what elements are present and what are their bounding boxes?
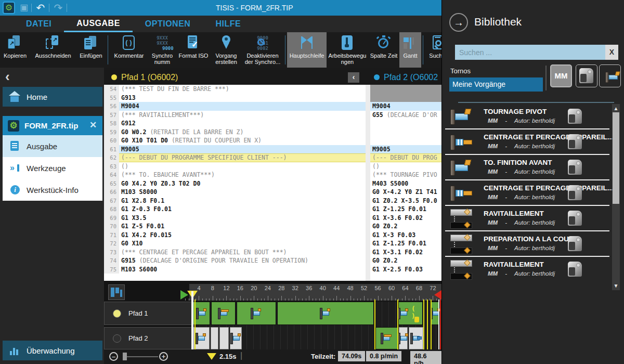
code-line[interactable]: [370, 119, 441, 128]
library-scrollbar[interactable]: ▲ ▼: [612, 104, 620, 290]
menu-tab-hilfe[interactable]: HILFE: [203, 16, 253, 32]
code-line[interactable]: G1 X-3.6 F0.02: [370, 214, 441, 223]
gantt-segment[interactable]: [277, 302, 374, 325]
toolbar-button-flags[interactable]: Hauptschleife: [287, 32, 327, 68]
code-line[interactable]: 58G912: [104, 119, 366, 128]
code-line[interactable]: G1 Z-1.25 F0.01: [370, 205, 441, 214]
gantt-row-label-pfad-2[interactable]: Pfad 2: [104, 327, 192, 349]
code-line[interactable]: 72G0 X10: [104, 239, 366, 248]
gantt-row-label-pfad-1[interactable]: Pfad 1: [104, 302, 192, 325]
save-icon[interactable]: ▣: [18, 1, 30, 15]
file-tab-header[interactable]: ⚙ FORM_2FR.tip ✕: [3, 116, 102, 135]
gantt-segment[interactable]: [375, 327, 398, 349]
code-line[interactable]: (*** TOURNAGE PIVO: [370, 171, 441, 179]
code-line[interactable]: 55G913: [104, 94, 366, 102]
toolbar-button-pin[interactable]: Vorgang erstellen: [211, 32, 242, 68]
toolbar-button-cut[interactable]: ↗Ausschneiden: [30, 32, 76, 68]
sidebar-item-home[interactable]: Home: [3, 87, 102, 107]
gantt-segment[interactable]: [193, 302, 210, 325]
code-line[interactable]: M9005: [370, 145, 441, 154]
library-item[interactable]: RAVITAILLEMENTMM-Autor: bertholdj: [445, 257, 609, 282]
library-item[interactable]: TOURNAGE PIVOTMM-Autor: bertholdj: [445, 104, 609, 129]
gantt-segment[interactable]: [399, 327, 408, 349]
collapse-pane-button[interactable]: ‹: [348, 72, 359, 83]
code-line[interactable]: G0 Z0.2: [370, 222, 441, 231]
code-line[interactable]: 69G1 X3.5: [104, 214, 366, 223]
zoom-slider-thumb[interactable]: [123, 353, 127, 360]
menu-tab-datei[interactable]: DATEI: [14, 16, 64, 32]
scroll-up-icon[interactable]: ▲: [612, 106, 620, 111]
code-line[interactable]: 63(): [104, 162, 366, 171]
code-line[interactable]: M9004: [370, 102, 441, 111]
code-line[interactable]: G1 X-3 F0.03: [370, 231, 441, 240]
code-line[interactable]: 56M9004: [104, 102, 366, 111]
toolbar-button-format-iso[interactable]: ✓Format ISO: [176, 32, 211, 68]
zoom-out-icon[interactable]: –: [109, 352, 118, 361]
toolbar-button-synchro-off[interactable]: 900090019002Deaktivieren der Synchro...: [242, 32, 283, 68]
gantt-segment[interactable]: [219, 327, 229, 349]
toolbar-button-paste[interactable]: Einfügen: [76, 32, 106, 68]
code-line[interactable]: 65G0 X4.2 Y0 Z0.3 T02 D0: [104, 179, 366, 188]
gantt-segment[interactable]: [409, 327, 423, 349]
toolbar-button-gantt[interactable]: Gantt: [399, 32, 421, 68]
menu-tab-optionen[interactable]: OPTIONEN: [133, 16, 203, 32]
library-item[interactable]: RAVITAILLEMENTMM-Autor: bertholdj: [445, 206, 609, 231]
code-line[interactable]: 62(--- DEBUT DU PROGRAMME SPECIFIQUE CLI…: [104, 153, 366, 162]
code-line[interactable]: 66M103 S8000: [104, 188, 366, 197]
toolbar-button-stopwatch[interactable]: Spalte Zeit: [368, 32, 399, 68]
code-line[interactable]: 67G1 X2.8 F0.1: [104, 197, 366, 205]
code-line[interactable]: G1 X-2.5 F0.03: [370, 265, 441, 274]
code-line[interactable]: 73(*** CENTRAGE ET PERCAGE APPAREIL EN B…: [104, 248, 366, 257]
sidebar-item-ueberwachung[interactable]: Überwachung: [3, 341, 102, 360]
code-line[interactable]: 74G915 (DECALAGE D'ORIGINE POUR TRAVAILE…: [104, 256, 366, 265]
gantt-segment[interactable]: [211, 302, 236, 325]
code-line[interactable]: [370, 136, 441, 145]
code-line[interactable]: 68G1 Z-0.3 F0.01: [104, 205, 366, 214]
sidebar-item-werkst-ck-info[interactable]: iWerkstück-Info: [3, 179, 102, 201]
code-line[interactable]: G55 (DECALAGE D'OR: [370, 111, 441, 120]
close-file-icon[interactable]: ✕: [88, 120, 98, 131]
library-item[interactable]: CENTRAGE ET PERCAGE APPAREIL...MM-Autor:…: [445, 180, 609, 206]
scrollbar-thumb[interactable]: [613, 112, 619, 204]
pfad2-code-area[interactable]: M9004G55 (DECALAGE D'ORM9005(--- DEBUT D…: [366, 85, 441, 281]
back-chevron-icon[interactable]: ‹: [5, 70, 19, 84]
toolbar-button-copy[interactable]: ↗Kopieren: [0, 32, 30, 68]
code-line[interactable]: [370, 85, 441, 94]
gantt-segment[interactable]: ( ): [398, 302, 423, 325]
code-line[interactable]: 71G1 X4.2 F0.015: [104, 231, 366, 240]
clear-search-button[interactable]: X: [605, 45, 618, 60]
collapse-library-icon[interactable]: →: [449, 13, 468, 32]
toolbar-button-synchro-num[interactable]: 9XXX9XXX9000Synchro numm: [148, 32, 176, 68]
code-line[interactable]: G1 Z-1.25 F0.01: [370, 239, 441, 248]
sidebar-item-werkzeuge[interactable]: »Werkzeuge: [3, 157, 102, 179]
filter-mm-button[interactable]: MM: [550, 64, 572, 87]
menu-tab-ausgabe[interactable]: AUSGABE: [64, 16, 133, 32]
library-folder-meine-vorgaenge[interactable]: Meine Vorgänge: [449, 77, 543, 92]
code-line[interactable]: (--- DEBUT DU PROG: [370, 153, 441, 162]
code-line[interactable]: (): [370, 162, 441, 171]
code-line[interactable]: G1 Z0.2 X-3.5 F0.0: [370, 197, 441, 205]
toolbar-button-work-moves[interactable]: Arbeitsbewegu ngen: [327, 32, 368, 68]
library-item[interactable]: CENTRAGE ET PERCAGE APPAREIL...MM-Autor:…: [445, 129, 609, 155]
zoom-slider[interactable]: [123, 356, 158, 357]
code-line[interactable]: G0 X-4.2 Y0 Z1 T41: [370, 188, 441, 197]
filter-tool-button[interactable]: [599, 64, 621, 87]
code-line[interactable]: M403 S5000: [370, 179, 441, 188]
code-line[interactable]: 59G0 W0.2 (RETRAIT DE LA BARRE EN Z): [104, 128, 366, 137]
code-line[interactable]: G1 X-3.1 F0.02: [370, 248, 441, 257]
redo-icon[interactable]: ↷: [52, 1, 64, 15]
library-search-input[interactable]: [455, 45, 605, 60]
code-line[interactable]: 61M9005: [104, 145, 366, 154]
library-item[interactable]: PREPARATION A LA COUPEMM-Autor: berthold…: [445, 231, 609, 257]
code-line[interactable]: 70G1 Z-5 F0.01: [104, 222, 366, 231]
code-line[interactable]: 60G0 X10 T01 D0 (RETRAIT DU COUPEUR EN X…: [104, 136, 366, 145]
code-line[interactable]: 57(*** RAVITAILLEMENT***): [104, 111, 366, 120]
code-line[interactable]: [370, 128, 441, 137]
code-line[interactable]: 75M103 S6000: [104, 265, 366, 274]
gantt-segment[interactable]: [211, 327, 218, 349]
gantt-segment[interactable]: [193, 327, 210, 349]
code-line[interactable]: 54(*** TEST DU FIN DE BARRE ***): [104, 85, 366, 94]
code-line[interactable]: G0 Z0.2: [370, 256, 441, 265]
code-line[interactable]: [370, 94, 441, 102]
library-item[interactable]: TO. FINITION AVANTMM-Autor: bertholdj: [445, 155, 609, 180]
